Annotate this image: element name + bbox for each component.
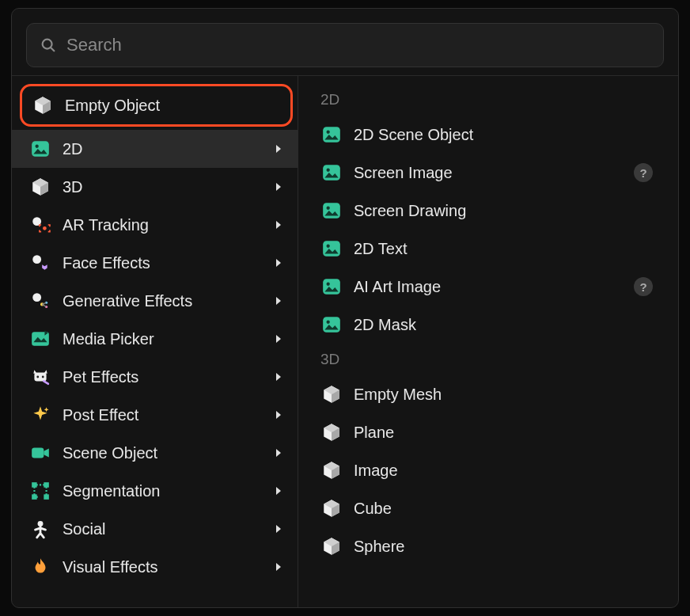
svg-rect-18: [323, 127, 340, 143]
item-label: 2D Scene Object: [354, 126, 653, 144]
chevron-right-icon: [274, 220, 283, 230]
category-post-effect[interactable]: Post Effect: [12, 396, 298, 434]
svg-rect-14: [44, 483, 47, 486]
image-green-icon: [29, 138, 51, 160]
generative-icon: [29, 290, 51, 312]
columns: Empty Object2D3DAR TrackingFace EffectsG…: [12, 75, 678, 607]
category-empty-object[interactable]: Empty Object: [20, 84, 293, 127]
category-label: Generative Effects: [63, 292, 274, 310]
item-label: Sphere: [354, 538, 653, 556]
pet-icon: [29, 366, 51, 388]
svg-rect-20: [323, 165, 340, 181]
image-green-icon: [320, 124, 343, 146]
category-label: Pet Effects: [63, 368, 274, 386]
category-pet-effects[interactable]: Pet Effects: [12, 358, 298, 396]
chevron-right-icon: [274, 486, 283, 496]
svg-rect-9: [34, 373, 46, 382]
cube-white-icon: [29, 176, 51, 198]
svg-point-21: [327, 169, 330, 172]
svg-rect-22: [323, 203, 340, 219]
item-2d-mask[interactable]: 2D Mask: [298, 306, 672, 344]
item-sphere[interactable]: Sphere: [298, 527, 672, 565]
image-green-icon: [320, 200, 343, 222]
item-screen-drawing[interactable]: Screen Drawing: [298, 192, 672, 230]
svg-point-4: [44, 227, 46, 230]
category-face-effects[interactable]: Face Effects: [12, 244, 298, 282]
items-column: 2D2D Scene ObjectScreen Image?Screen Dra…: [298, 76, 678, 607]
category-3d[interactable]: 3D: [12, 168, 298, 206]
svg-rect-16: [44, 495, 47, 498]
svg-rect-26: [323, 279, 340, 295]
item-plane[interactable]: Plane: [298, 413, 672, 451]
category-label: Media Picker: [63, 330, 274, 348]
chevron-right-icon: [274, 334, 283, 344]
chevron-right-icon: [274, 182, 283, 192]
person-icon: [29, 518, 51, 540]
svg-point-25: [327, 245, 330, 248]
svg-rect-24: [323, 241, 340, 257]
item-label: Screen Image: [354, 164, 634, 182]
item-screen-image[interactable]: Screen Image?: [298, 154, 672, 192]
svg-rect-2: [32, 141, 49, 157]
item-2d-text[interactable]: 2D Text: [298, 230, 672, 268]
chevron-right-icon: [274, 410, 283, 420]
item-label: 2D Text: [354, 240, 653, 258]
media-picker-icon: [29, 328, 51, 350]
item-label: 2D Mask: [354, 316, 653, 334]
item-label: Screen Drawing: [354, 202, 653, 220]
item-empty-mesh[interactable]: Empty Mesh: [298, 375, 672, 413]
camera-icon: [29, 442, 51, 464]
category-label: Scene Object: [63, 444, 274, 462]
category-segmentation[interactable]: Segmentation: [12, 472, 298, 510]
cube-white-icon: [320, 459, 343, 481]
segmentation-icon: [29, 480, 51, 502]
chevron-right-icon: [274, 258, 283, 268]
item-label: Image: [354, 462, 653, 480]
svg-point-29: [327, 321, 330, 324]
category-2d[interactable]: 2D: [12, 130, 298, 168]
flame-icon: [29, 556, 51, 578]
cube-white-icon: [320, 421, 343, 443]
search-icon: [40, 36, 57, 54]
help-icon[interactable]: ?: [634, 163, 653, 182]
search-box[interactable]: [26, 23, 664, 67]
chevron-right-icon: [274, 372, 283, 382]
item-image-3d[interactable]: Image: [298, 451, 672, 489]
image-green-icon: [320, 314, 343, 336]
category-generative-effects[interactable]: Generative Effects: [12, 282, 298, 320]
sparkle-icon: [29, 404, 51, 426]
svg-rect-12: [32, 448, 44, 458]
item-ai-art-image[interactable]: AI Art Image?: [298, 268, 672, 306]
item-label: AI Art Image: [354, 278, 634, 296]
chevron-right-icon: [274, 296, 283, 306]
chevron-right-icon: [274, 562, 283, 572]
face-effects-icon: [29, 252, 51, 274]
category-scene-object[interactable]: Scene Object: [12, 434, 298, 472]
item-label: Empty Mesh: [354, 386, 653, 404]
category-label: 2D: [63, 140, 274, 158]
category-column: Empty Object2D3DAR TrackingFace EffectsG…: [12, 76, 298, 607]
category-label: Social: [63, 520, 274, 538]
cube-white-icon: [32, 94, 54, 116]
item-2d-scene-object[interactable]: 2D Scene Object: [298, 116, 672, 154]
svg-rect-15: [32, 495, 36, 498]
category-label: Face Effects: [63, 254, 274, 272]
item-cube[interactable]: Cube: [298, 489, 672, 527]
search-input[interactable]: [66, 35, 650, 55]
svg-point-3: [36, 145, 39, 148]
cube-white-icon: [320, 383, 343, 405]
category-ar-tracking[interactable]: AR Tracking: [12, 206, 298, 244]
category-media-picker[interactable]: Media Picker: [12, 320, 298, 358]
chevron-right-icon: [274, 144, 283, 154]
chevron-right-icon: [274, 524, 283, 534]
image-green-icon: [320, 162, 343, 184]
category-label: Segmentation: [63, 482, 274, 500]
svg-rect-13: [32, 483, 36, 486]
svg-point-10: [36, 376, 39, 378]
cube-white-icon: [320, 535, 343, 557]
category-label: Visual Effects: [63, 558, 274, 576]
category-label: Post Effect: [63, 406, 274, 424]
category-social[interactable]: Social: [12, 510, 298, 548]
help-icon[interactable]: ?: [634, 277, 653, 296]
category-visual-effects[interactable]: Visual Effects: [12, 548, 298, 586]
